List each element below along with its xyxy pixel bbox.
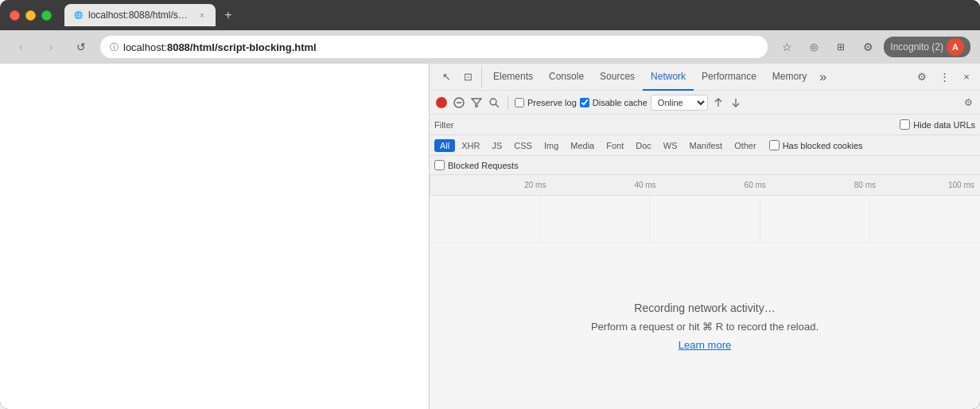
url-text: localhost:8088/html/script-blocking.html [123, 41, 758, 53]
preserve-log-label: Preserve log [527, 98, 577, 107]
preserve-log-checkbox[interactable]: Preserve log [515, 98, 577, 107]
empty-state-subtitle: Perform a request or hit ⌘ R to record t… [591, 321, 819, 333]
new-tab-button[interactable]: + [217, 4, 239, 26]
bookmark-button[interactable]: ☆ [776, 36, 798, 58]
has-blocked-cookies-input[interactable] [769, 140, 780, 150]
back-icon: ‹ [19, 41, 23, 53]
url-bar[interactable]: ⓘ localhost:8088/html/script-blocking.ht… [100, 36, 768, 58]
filter-button[interactable] [469, 95, 484, 110]
filter-tab-all[interactable]: All [434, 139, 455, 152]
timeline-ticks: 20 ms 40 ms 60 ms 80 ms 100 ms [430, 175, 980, 195]
reload-icon: ↺ [76, 41, 86, 53]
filter-bar: Filter Hide data URLs [430, 115, 980, 135]
tab-elements[interactable]: Elements [485, 64, 541, 91]
filter-tab-img[interactable]: Img [539, 139, 564, 152]
devtools-panel: ↖ ⊡ Elements Console Sources Network [429, 64, 980, 409]
network-settings-button[interactable]: ⚙ [961, 95, 975, 110]
inspect-element-button[interactable]: ↖ [436, 67, 457, 88]
tab-favicon: 🌐 [72, 10, 84, 21]
blocked-requests-label-text: Blocked Requests [448, 161, 519, 170]
devtools-close-button[interactable]: × [956, 67, 977, 88]
more-tabs-button[interactable]: » [815, 70, 831, 84]
hide-data-urls-input[interactable] [900, 119, 910, 130]
filter-tab-manifest[interactable]: Manifest [684, 139, 729, 152]
download-button[interactable] [729, 95, 743, 110]
empty-state-title: Recording network activity… [634, 302, 775, 314]
main-content: ↖ ⊡ Elements Console Sources Network [0, 64, 980, 409]
extensions-gear-button[interactable]: ⚙ [857, 36, 879, 58]
search-button[interactable] [487, 95, 501, 110]
tab-sources[interactable]: Sources [592, 64, 643, 91]
forward-button[interactable]: › [40, 36, 62, 58]
filter-tab-other[interactable]: Other [729, 139, 762, 152]
grid-col-2 [540, 196, 651, 243]
tab-bar: 🌐 localhost:8088/html/script-blo × + [64, 4, 970, 26]
tab-performance[interactable]: Performance [694, 64, 764, 91]
tick-60ms: 60 ms [745, 181, 766, 189]
grid-col-4 [760, 196, 871, 243]
has-blocked-cookies-checkbox[interactable]: Has blocked cookies [769, 140, 863, 150]
secure-icon: ⓘ [110, 41, 119, 53]
minimize-button[interactable] [25, 10, 36, 21]
filter-label: Filter [434, 120, 453, 130]
blocked-requests-checkbox[interactable]: Blocked Requests [434, 160, 519, 170]
tick-20ms: 20 ms [524, 181, 546, 189]
browser-window: 🌐 localhost:8088/html/script-blo × + ‹ ›… [0, 0, 980, 409]
address-bar: ‹ › ↺ ⓘ localhost:8088/html/script-block… [0, 30, 980, 64]
network-empty-state: Recording network activity… Perform a re… [430, 243, 980, 409]
filter-tab-media[interactable]: Media [565, 139, 600, 152]
incognito-label: Incognito (2) [890, 41, 943, 53]
devtools-nav: Elements Console Sources Network Perform… [485, 64, 912, 91]
grid-col-1 [430, 196, 540, 243]
record-button[interactable] [436, 97, 447, 108]
clear-button[interactable] [452, 95, 466, 110]
tick-40ms: 40 ms [634, 181, 655, 189]
blocked-requests-input[interactable] [434, 160, 445, 170]
upload-button[interactable] [711, 95, 725, 110]
devtools-tab-bar: ↖ ⊡ Elements Console Sources Network [430, 64, 980, 91]
network-status-select[interactable]: Online Offline Slow 3G Fast 3G [651, 95, 708, 111]
download-icon [731, 97, 741, 108]
tick-80ms: 80 ms [854, 181, 876, 189]
cast-button[interactable]: ◎ [803, 36, 825, 58]
timeline-grid [430, 196, 980, 243]
tab-title: localhost:8088/html/script-blo [88, 10, 192, 21]
disable-cache-input[interactable] [580, 98, 589, 107]
filter-tab-js[interactable]: JS [486, 139, 508, 152]
tab-memory[interactable]: Memory [764, 64, 815, 91]
filter-tab-css[interactable]: CSS [508, 139, 538, 152]
forward-icon: › [49, 41, 53, 53]
devtools-settings-button[interactable]: ⚙ [912, 67, 932, 88]
hide-data-urls-checkbox[interactable]: Hide data URLs [900, 119, 975, 130]
devtools-right-icons: ⚙ ⋮ × [912, 67, 977, 88]
reload-button[interactable]: ↺ [70, 36, 92, 58]
close-button[interactable] [10, 10, 20, 21]
device-toolbar-button[interactable]: ⊡ [457, 67, 478, 88]
blocked-requests-bar: Blocked Requests [430, 156, 980, 175]
maximize-button[interactable] [41, 10, 52, 21]
back-button[interactable]: ‹ [10, 36, 32, 58]
extensions-button[interactable]: ⊞ [830, 36, 852, 58]
learn-more-link[interactable]: Learn more [679, 339, 731, 351]
incognito-badge[interactable]: Incognito (2) A [884, 37, 970, 57]
active-tab[interactable]: 🌐 localhost:8088/html/script-blo × [64, 4, 216, 26]
incognito-avatar: A [947, 38, 964, 56]
tab-close-button[interactable]: × [196, 10, 208, 21]
devtools-more-button[interactable]: ⋮ [934, 67, 955, 88]
tab-network[interactable]: Network [643, 64, 694, 91]
hide-data-urls-label: Hide data URLs [913, 120, 975, 130]
filter-tab-xhr[interactable]: XHR [456, 139, 485, 152]
timeline-header: 20 ms 40 ms 60 ms 80 ms 100 ms [430, 175, 980, 196]
filter-tab-doc[interactable]: Doc [630, 139, 657, 152]
disable-cache-checkbox[interactable]: Disable cache [580, 98, 648, 107]
tick-100ms: 100 ms [948, 181, 974, 189]
toolbar-icons: ☆ ◎ ⊞ ⚙ Incognito (2) A [776, 36, 970, 58]
svg-point-3 [490, 99, 496, 105]
filter-tab-ws[interactable]: WS [658, 139, 683, 152]
clear-icon [453, 97, 465, 108]
tab-console[interactable]: Console [541, 64, 592, 91]
disable-cache-label: Disable cache [593, 98, 648, 107]
grid-col-3 [650, 196, 760, 243]
preserve-log-input[interactable] [515, 98, 524, 107]
filter-tab-font[interactable]: Font [601, 139, 629, 152]
